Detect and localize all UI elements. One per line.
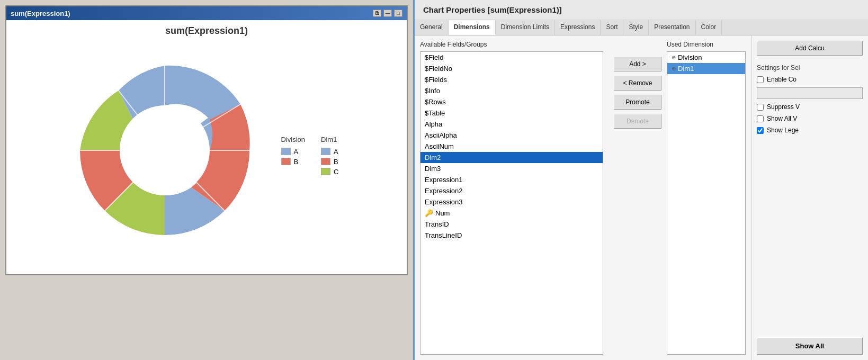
show-lege-label: Show Lege [767, 127, 799, 134]
legend-item-division-b: B [281, 158, 306, 166]
donut-chart [75, 60, 265, 251]
remove-button[interactable]: < Remove [614, 76, 661, 91]
used-dimensions-section: Used Dimension ⊕ Division ⊕ Dim1 [667, 35, 751, 360]
field-item-expression1[interactable]: Expression1 [420, 174, 603, 185]
color-swatch-division-a [281, 148, 291, 155]
dim1-legend: Dim1 A B C [321, 136, 338, 176]
checkbox-show-all-v: Show All V [757, 115, 863, 122]
chart-window-title: sum(Expression1) [11, 10, 70, 17]
expand-icon-dim1: ⊕ [672, 66, 676, 71]
used-dimensions-label: Used Dimension [667, 41, 746, 48]
properties-header: Chart Properties [sum(Expression1)] [415, 0, 868, 20]
field-item-fieldno[interactable]: $FieldNo [420, 63, 603, 74]
tab-dimension-limits[interactable]: Dimension Limits [496, 20, 555, 35]
field-item-dim3[interactable]: Dim3 [420, 163, 603, 174]
division-legend-title: Division [281, 136, 306, 143]
dimension-input[interactable] [757, 87, 863, 99]
fields-list[interactable]: $Field $FieldNo $Fields $Info $Rows $Tab… [420, 51, 603, 355]
field-item-translineid[interactable]: TransLineID [420, 230, 603, 241]
properties-panel: Chart Properties [sum(Expression1)] Gene… [413, 0, 868, 360]
tab-expressions[interactable]: Expressions [555, 20, 601, 35]
properties-tabs: General Dimensions Dimension Limits Expr… [415, 20, 868, 35]
legend-item-dim1-b: B [321, 158, 338, 166]
field-item-asciinum[interactable]: AsciiNum [420, 141, 603, 152]
show-all-button[interactable]: Show All [757, 337, 863, 355]
minimize-icon[interactable]: — [383, 10, 392, 17]
field-item-info[interactable]: $Info [420, 85, 603, 96]
chart-title: sum(Expression1) [165, 25, 248, 37]
field-item-field[interactable]: $Field [420, 52, 603, 63]
field-item-num[interactable]: 🔑 Num [420, 208, 603, 219]
chart-window: sum(Expression1) 🖺 — □ sum(Expression1) [5, 5, 408, 275]
settings-for-label: Settings for Sel [757, 64, 863, 71]
chart-titlebar: sum(Expression1) 🖺 — □ [6, 6, 407, 20]
tab-sort[interactable]: Sort [601, 20, 623, 35]
enable-co-label: Enable Co [767, 76, 797, 83]
fields-section: Available Fields/Groups $Field $FieldNo … [415, 35, 609, 360]
available-fields-label: Available Fields/Groups [420, 41, 603, 48]
dim1-legend-title: Dim1 [321, 136, 338, 143]
action-buttons: Add > < Remove Promote Demote [609, 35, 667, 360]
titlebar-icons: 🖺 — □ [373, 10, 402, 17]
suppress-v-label: Suppress V [767, 103, 800, 111]
legend-item-dim1-c: C [321, 168, 338, 176]
tab-style[interactable]: Style [623, 20, 649, 35]
right-settings: Add Calcu Settings for Sel Enable Co Sup… [751, 35, 868, 360]
color-swatch-dim1-b [321, 158, 330, 165]
used-dimensions-list[interactable]: ⊕ Division ⊕ Dim1 [667, 51, 746, 355]
color-swatch-division-b [281, 158, 291, 165]
legend-item-division-a: A [281, 148, 306, 156]
promote-button[interactable]: Promote [614, 95, 661, 110]
field-item-fields[interactable]: $Fields [420, 74, 603, 85]
checkbox-suppress-v: Suppress V [757, 103, 863, 111]
enable-co-checkbox[interactable] [757, 76, 764, 83]
color-swatch-dim1-c [321, 168, 330, 175]
used-item-dim1[interactable]: ⊕ Dim1 [667, 63, 745, 74]
demote-button[interactable]: Demote [614, 114, 661, 129]
field-item-table[interactable]: $Table [420, 107, 603, 119]
suppress-v-checkbox[interactable] [757, 104, 764, 111]
legend-area: Division A B Dim1 A [281, 136, 339, 176]
color-swatch-dim1-a [321, 148, 330, 155]
expand-icon-division: ⊕ [672, 55, 676, 60]
tab-dimensions[interactable]: Dimensions [449, 20, 496, 35]
tab-general[interactable]: General [415, 20, 449, 35]
used-item-division[interactable]: ⊕ Division [667, 52, 745, 63]
field-item-rows[interactable]: $Rows [420, 96, 603, 107]
field-item-asciialpha[interactable]: AsciiAlpha [420, 130, 603, 141]
checkbox-enable-co: Enable Co [757, 76, 863, 83]
add-button[interactable]: Add > [614, 57, 661, 71]
xl-icon[interactable]: 🖺 [373, 10, 381, 17]
legend-item-dim1-a: A [321, 148, 338, 156]
chart-area: Division A B Dim1 A [12, 42, 401, 269]
field-item-expression2[interactable]: Expression2 [420, 185, 603, 196]
donut-svg [75, 60, 255, 240]
add-calc-button[interactable]: Add Calcu [757, 41, 863, 56]
tab-color[interactable]: Color [696, 20, 722, 35]
field-item-expression3[interactable]: Expression3 [420, 196, 603, 208]
show-lege-checkbox[interactable] [757, 127, 764, 134]
tab-presentation[interactable]: Presentation [649, 20, 695, 35]
key-icon: 🔑 [425, 209, 433, 217]
division-legend: Division A B [281, 136, 306, 166]
field-item-transid[interactable]: TransID [420, 219, 603, 230]
chart-content: sum(Expression1) [6, 20, 407, 274]
field-item-dim2[interactable]: Dim2 [420, 152, 603, 163]
field-item-alpha[interactable]: Alpha [420, 119, 603, 130]
maximize-icon[interactable]: □ [394, 10, 402, 17]
properties-body: Available Fields/Groups $Field $FieldNo … [415, 35, 868, 360]
show-all-v-label: Show All V [767, 115, 797, 122]
show-all-v-checkbox[interactable] [757, 115, 764, 122]
checkbox-show-lege: Show Lege [757, 127, 863, 134]
